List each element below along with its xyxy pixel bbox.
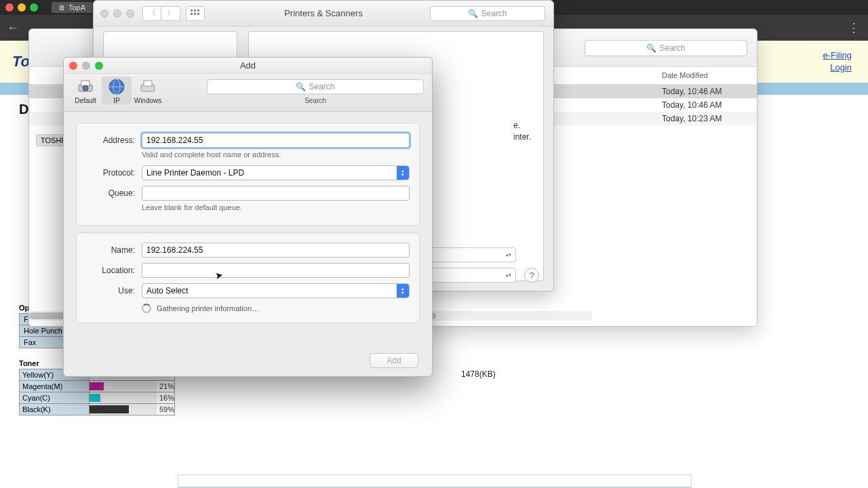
protocol-select[interactable]: Line Printer Daemon - LPD: [142, 165, 410, 180]
chevron-updown-icon: [397, 284, 409, 298]
toner-name: Cyan(C): [20, 392, 89, 403]
link-login[interactable]: Login: [823, 62, 852, 74]
zoom-icon[interactable]: [30, 3, 38, 12]
queue-hint: Leave blank for default queue.: [142, 203, 410, 211]
add-printer-window: Add Default IP Windows 🔍 Search Search A…: [63, 57, 433, 377]
finder-search-ph: Search: [659, 43, 685, 53]
show-all-button[interactable]: [186, 6, 205, 21]
protocol-label: Protocol:: [86, 168, 135, 178]
connection-panel: Address: Valid and complete host name or…: [76, 123, 420, 226]
col-date-modified[interactable]: Date Modified: [655, 67, 757, 84]
toner-row: Black(K)59%: [19, 403, 175, 415]
toner-bar: [89, 404, 157, 415]
toner-bar: [89, 392, 157, 403]
toner-pct: 21%: [159, 382, 174, 390]
address-label: Address:: [86, 136, 135, 145]
date-cell: Today, 10:23 AM: [655, 114, 757, 123]
search-icon: 🔍: [646, 43, 656, 53]
svg-rect-13: [144, 81, 152, 86]
toner-row: Cyan(C)16%: [19, 392, 175, 404]
back-icon[interactable]: ←: [7, 21, 19, 35]
date-cell: Today, 10:46 AM: [655, 87, 757, 96]
prefs-search[interactable]: 🔍 Search: [430, 6, 545, 21]
close-icon[interactable]: [100, 9, 108, 18]
svg-rect-3: [191, 13, 193, 15]
address-input[interactable]: [142, 133, 410, 148]
menu-icon[interactable]: ⋮: [848, 20, 860, 35]
nav-back-button[interactable]: 〈: [142, 6, 161, 21]
queue-label: Queue:: [86, 188, 135, 198]
identity-panel: Name: Location: Use: Auto Select Gatheri…: [76, 232, 420, 323]
spinner-icon: [142, 304, 151, 313]
toner-pct: 59%: [159, 405, 174, 413]
status-text: Gathering printer information…: [157, 304, 259, 312]
name-label: Name:: [86, 245, 135, 255]
globe-icon: [106, 78, 127, 96]
nav-forward-button[interactable]: 〉: [161, 6, 180, 21]
toner-name: Black(K): [20, 404, 89, 415]
finder-search[interactable]: 🔍 Search: [585, 40, 747, 56]
printer-icon: [75, 78, 96, 96]
toolbar-search-label: Search: [207, 97, 424, 104]
printer-icon: [138, 78, 158, 96]
location-input[interactable]: [142, 263, 410, 278]
minimize-icon[interactable]: [18, 3, 26, 12]
close-icon[interactable]: [5, 3, 14, 12]
tab-windows[interactable]: Windows: [133, 77, 163, 104]
svg-rect-2: [197, 9, 199, 12]
page-panel: [178, 474, 692, 488]
browser-tab[interactable]: 🗎 TopA: [52, 2, 92, 13]
toner-row: Magenta(M)21%: [19, 380, 175, 392]
queue-input[interactable]: [142, 186, 410, 201]
svg-rect-4: [194, 13, 196, 15]
browser-tab-label: TopA: [68, 3, 85, 12]
tab-default[interactable]: Default: [71, 77, 100, 104]
page-icon: 🗎: [58, 3, 66, 12]
zoom-icon[interactable]: [126, 9, 134, 18]
chevron-updown-icon: [397, 166, 409, 180]
svg-rect-1: [194, 9, 196, 12]
toner-name: Magenta(M): [20, 381, 89, 392]
svg-rect-0: [191, 9, 193, 12]
svg-rect-5: [197, 13, 199, 15]
window-title: Add: [64, 60, 432, 70]
address-hint: Valid and complete host name or address.: [142, 150, 410, 159]
name-input[interactable]: [142, 243, 410, 258]
svg-point-8: [83, 85, 88, 91]
location-label: Location:: [86, 266, 135, 275]
tab-ip[interactable]: IP: [102, 77, 132, 104]
file-size: 1478(KB): [461, 369, 496, 379]
add-button: Add: [370, 353, 418, 368]
toner-pct: 16%: [159, 394, 174, 402]
help-button[interactable]: ?: [524, 268, 539, 283]
toolbar-search[interactable]: 🔍 Search: [207, 79, 424, 94]
search-icon: 🔍: [468, 9, 478, 18]
search-icon: 🔍: [296, 82, 306, 92]
use-select[interactable]: Auto Select: [142, 283, 410, 298]
link-efiling[interactable]: e-Filing: [823, 49, 852, 62]
toner-bar: [89, 381, 157, 392]
minimize-icon[interactable]: [113, 9, 121, 18]
date-cell: Today, 10:46 AM: [655, 100, 757, 110]
use-label: Use:: [86, 286, 135, 296]
